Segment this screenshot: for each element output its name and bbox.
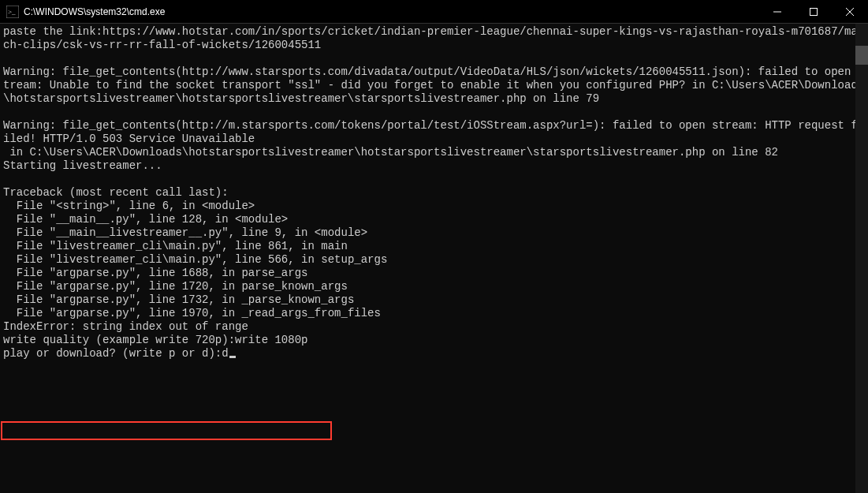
window-titlebar: >_ C:\WINDOWS\system32\cmd.exe (0, 0, 868, 24)
terminal-text: paste the link:https://www.hotstar.com/i… (3, 25, 864, 346)
cmd-icon: >_ (6, 6, 19, 18)
minimize-button[interactable] (759, 0, 795, 24)
terminal-output[interactable]: paste the link:https://www.hotstar.com/i… (0, 24, 868, 493)
prompt-prefix: play or download? (write p or d): (3, 347, 222, 360)
close-button[interactable] (832, 0, 868, 24)
window-title: C:\WINDOWS\system32\cmd.exe (24, 6, 759, 17)
maximize-button[interactable] (795, 0, 832, 24)
svg-text:>_: >_ (8, 8, 16, 16)
scrollbar-thumb[interactable] (855, 46, 868, 65)
vertical-scrollbar[interactable] (855, 24, 868, 493)
text-cursor (229, 356, 236, 358)
prompt-input: d (222, 347, 228, 360)
svg-rect-3 (810, 8, 818, 15)
